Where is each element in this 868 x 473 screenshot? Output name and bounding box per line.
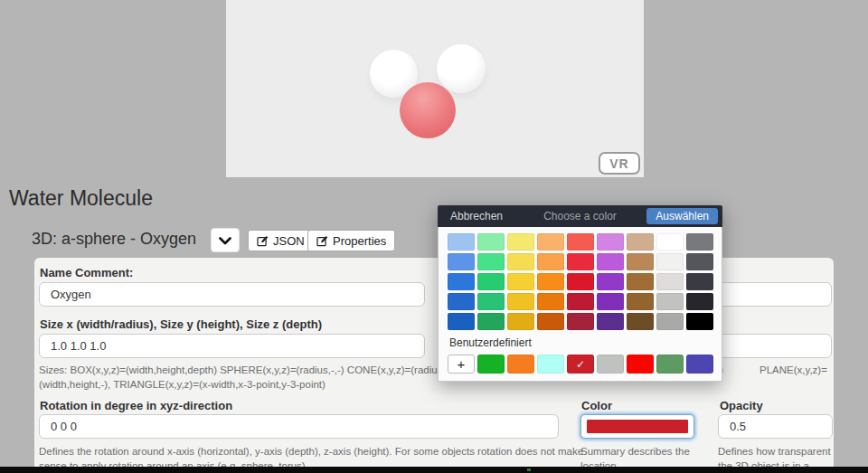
json-button[interactable]: JSON: [248, 230, 314, 251]
3d-viewport[interactable]: VR: [226, 0, 644, 177]
bottom-bar: [0, 467, 868, 473]
custom-swatch[interactable]: [627, 355, 654, 374]
size-input[interactable]: [39, 334, 425, 358]
palette-swatch[interactable]: [537, 273, 564, 290]
add-custom-color-button[interactable]: +: [448, 355, 475, 374]
name-comment-input[interactable]: [39, 282, 425, 307]
rotation-label: Rotation in degree in xyz-direction: [40, 399, 232, 412]
cancel-button[interactable]: Abbrechen: [450, 210, 503, 222]
palette-swatch[interactable]: [656, 293, 684, 310]
color-picker-dialog: Abbrechen Choose a color Auswählen Benut…: [438, 205, 722, 382]
color-dialog-header: Abbrechen Choose a color Auswählen: [438, 205, 722, 227]
json-button-label: JSON: [273, 234, 305, 248]
custom-swatch[interactable]: [597, 355, 624, 374]
palette-swatch[interactable]: [686, 253, 713, 270]
app-window: VR Water Molecule 3D: a-sphere - Oxygen …: [0, 0, 868, 473]
palette-swatch[interactable]: [507, 253, 534, 270]
chevron-down-icon: [219, 232, 231, 249]
confirm-button[interactable]: Auswählen: [646, 208, 718, 224]
palette-swatch[interactable]: [656, 253, 684, 270]
palette-swatch[interactable]: [448, 233, 475, 251]
size-help-line1-end: PLANE(x,y,z)=: [760, 363, 827, 377]
color-label: Color: [581, 399, 612, 412]
palette-swatch[interactable]: [567, 293, 594, 310]
rotation-input[interactable]: [39, 414, 559, 439]
palette-swatch[interactable]: [448, 293, 475, 310]
properties-button-label: Properties: [333, 234, 386, 248]
palette-swatch[interactable]: [567, 233, 594, 251]
palette-swatch[interactable]: [627, 273, 654, 290]
palette-swatch[interactable]: [597, 273, 624, 290]
palette-swatch[interactable]: [627, 233, 654, 251]
page-title: Water Molecule: [9, 186, 153, 211]
custom-swatch[interactable]: [507, 355, 534, 374]
custom-swatch[interactable]: [656, 355, 684, 374]
palette-swatch[interactable]: [507, 233, 534, 251]
hydrogen-sphere-right: [437, 44, 486, 93]
name-comment-label: Name Comment:: [40, 266, 133, 279]
vr-button[interactable]: VR: [599, 152, 640, 175]
palette-swatch[interactable]: [597, 253, 624, 270]
size-label: Size x (width/radius), Size y (height), …: [40, 317, 322, 331]
custom-colors-label: Benutzerdefiniert: [449, 336, 712, 349]
object-select-dropdown[interactable]: [211, 228, 240, 252]
palette-swatch[interactable]: [537, 313, 564, 330]
palette-swatch[interactable]: [627, 293, 654, 310]
palette-swatch[interactable]: [537, 233, 564, 251]
palette-swatch[interactable]: [477, 233, 505, 251]
palette-swatch[interactable]: [537, 253, 564, 270]
edit-icon: [257, 235, 269, 247]
properties-button[interactable]: Properties: [307, 230, 395, 251]
palette-swatch[interactable]: [686, 313, 713, 330]
palette-swatch[interactable]: [477, 313, 505, 330]
oxygen-sphere: [400, 82, 456, 138]
bottom-bar-speck: [527, 468, 531, 471]
palette-swatch[interactable]: [567, 253, 594, 270]
palette-swatch[interactable]: [686, 233, 713, 251]
custom-swatch[interactable]: ✓: [567, 355, 594, 374]
rotation-help-line1: Defines the rotation around x-axis (hori…: [39, 444, 583, 459]
palette-swatch[interactable]: [597, 293, 624, 310]
color-value-swatch: [587, 420, 688, 433]
edit-icon: [316, 235, 328, 247]
palette-swatch[interactable]: [507, 313, 534, 330]
palette-swatch[interactable]: [537, 293, 564, 310]
color-input[interactable]: [580, 414, 694, 439]
palette-swatch[interactable]: [448, 253, 475, 270]
custom-swatch[interactable]: [477, 355, 505, 374]
check-icon: ✓: [567, 355, 594, 374]
size-help-line2: (width,height,-), TRIANGLE(x,y,z)=(x-wid…: [39, 377, 326, 392]
palette-swatch[interactable]: [686, 293, 713, 310]
palette-swatch[interactable]: [477, 253, 505, 270]
palette-grid: [448, 233, 712, 330]
palette-swatch[interactable]: [567, 273, 594, 290]
palette-swatch[interactable]: [656, 233, 684, 251]
palette-swatch[interactable]: [477, 273, 505, 290]
color-dialog-body: Benutzerdefiniert + ✓: [438, 227, 722, 382]
palette-swatch[interactable]: [507, 273, 534, 290]
palette-swatch[interactable]: [448, 313, 475, 330]
palette-swatch[interactable]: [448, 273, 475, 290]
custom-swatch[interactable]: [537, 355, 564, 374]
custom-swatch-row: + ✓: [448, 355, 712, 374]
opacity-label: Opacity: [720, 399, 763, 412]
palette-swatch[interactable]: [477, 293, 505, 310]
palette-swatch[interactable]: [627, 313, 654, 330]
palette-swatch[interactable]: [597, 233, 624, 251]
opacity-input[interactable]: [718, 414, 833, 439]
palette-swatch[interactable]: [627, 253, 654, 270]
plus-icon: +: [458, 356, 466, 372]
palette-swatch[interactable]: [597, 313, 624, 330]
custom-swatch[interactable]: [686, 355, 713, 374]
palette-swatch[interactable]: [507, 293, 534, 310]
palette-swatch[interactable]: [686, 273, 713, 290]
palette-swatch[interactable]: [567, 313, 594, 330]
palette-swatch[interactable]: [656, 273, 684, 290]
palette-swatch[interactable]: [656, 313, 684, 330]
object-title: 3D: a-sphere - Oxygen: [32, 230, 196, 249]
